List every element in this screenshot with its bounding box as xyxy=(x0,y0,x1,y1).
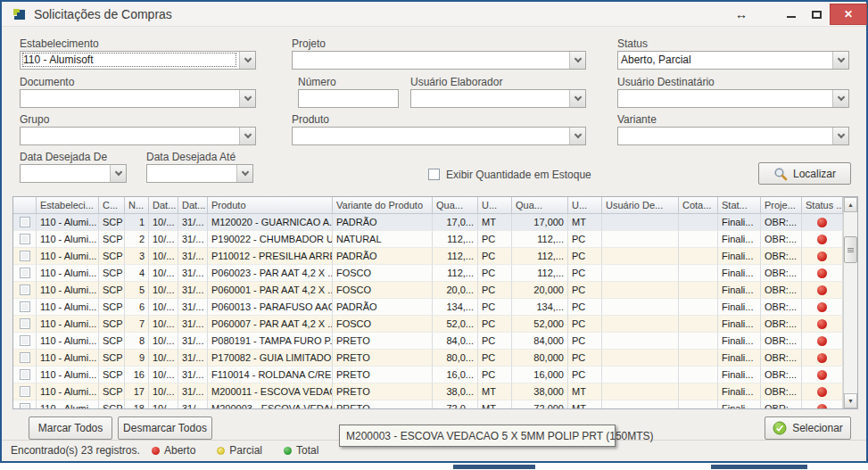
cell-stat: Finali... xyxy=(718,231,761,248)
column-header[interactable]: Dat... xyxy=(178,197,208,214)
status-dot-red-icon xyxy=(817,251,827,261)
status-legend: Aberto Parcial Total xyxy=(152,444,318,457)
usuario-elaborador-select[interactable] xyxy=(410,89,586,108)
row-checkbox[interactable] xyxy=(20,403,30,408)
scroll-down-button[interactable]: ▼ xyxy=(844,393,857,408)
combo-dropdown-button[interactable] xyxy=(236,165,252,182)
cell-qua1: 17,0... xyxy=(433,214,478,231)
resize-arrows-icon[interactable]: ↔ xyxy=(730,2,753,27)
combo-dropdown-button[interactable] xyxy=(832,90,848,107)
status-select[interactable]: Aberto, Parcial xyxy=(617,51,849,70)
cell-u2: PC xyxy=(568,316,602,333)
row-checkbox[interactable] xyxy=(20,318,30,329)
combo-dropdown-button[interactable] xyxy=(569,52,585,69)
column-header[interactable]: C... xyxy=(99,197,125,214)
usuario-elaborador-label: Usuário Elaborador xyxy=(410,76,502,88)
cell-stat: Finali... xyxy=(718,299,761,316)
combo-dropdown-button[interactable] xyxy=(569,128,585,144)
cell-c: SCP xyxy=(99,383,125,400)
table-row[interactable]: 110 - Alumi...SCP410/...31/...P060023 - … xyxy=(13,265,843,282)
row-checkbox[interactable] xyxy=(20,301,30,312)
cell-u1: MT xyxy=(478,400,512,408)
combo-dropdown-button[interactable] xyxy=(239,90,255,107)
column-header[interactable]: Stat... xyxy=(718,197,761,214)
cell-cota xyxy=(679,333,718,350)
minimize-button[interactable] xyxy=(780,2,803,27)
status-dot-red-icon xyxy=(817,302,827,312)
legend-total: Total xyxy=(284,444,318,457)
row-checkbox-cell xyxy=(13,400,37,408)
maximize-button[interactable] xyxy=(805,2,828,27)
close-button[interactable]: ✕ xyxy=(830,4,867,25)
desmarcar-todos-button[interactable]: Desmarcar Todos xyxy=(118,416,212,440)
column-header[interactable]: Variante do Produto xyxy=(333,197,433,214)
produto-select[interactable] xyxy=(292,127,586,145)
cell-u2: MT xyxy=(568,214,602,231)
row-checkbox[interactable] xyxy=(20,335,30,346)
marcar-todos-button[interactable]: Marcar Todos xyxy=(29,416,112,440)
combo-dropdown-button[interactable] xyxy=(239,52,255,69)
column-header[interactable] xyxy=(13,197,37,214)
row-checkbox[interactable] xyxy=(20,268,30,278)
data-desejada-de-label: Data Desejada De xyxy=(20,151,107,163)
combo-dropdown-button[interactable] xyxy=(239,128,255,144)
column-header[interactable]: Cota... xyxy=(679,197,718,214)
column-header[interactable]: Proje... xyxy=(761,197,802,214)
usuario-destinatario-select[interactable] xyxy=(617,89,849,108)
table-row[interactable]: 110 - Alumi...SCP510/...31/...P060001 - … xyxy=(13,282,843,299)
column-header[interactable]: Usuário De... xyxy=(602,197,679,214)
row-checkbox[interactable] xyxy=(20,369,30,380)
table-row[interactable]: 110 - Alumi...SCP110/...31/...M120020 - … xyxy=(13,214,843,231)
estabelecimento-select[interactable]: 110 - Alumisoft xyxy=(20,51,256,70)
table-row[interactable]: 110 - Alumi...SCP610/...31/...P060013 - … xyxy=(13,299,843,316)
column-header[interactable]: Status ... xyxy=(802,197,843,214)
column-header[interactable]: Produto xyxy=(208,197,333,214)
column-header[interactable]: Estabeleci... xyxy=(37,197,99,214)
scroll-up-button[interactable]: ▲ xyxy=(844,197,857,212)
table-row[interactable]: 110 - Alumi...SCP910/...31/...P170082 - … xyxy=(13,350,843,367)
table-row[interactable]: 110 - Alumi...SCP1710/...31/...M200011 -… xyxy=(13,383,843,400)
combo-dropdown-button[interactable] xyxy=(832,128,848,144)
column-header[interactable]: N... xyxy=(125,197,149,214)
documento-select[interactable] xyxy=(20,89,256,108)
row-checkbox[interactable] xyxy=(20,251,30,261)
row-checkbox[interactable] xyxy=(20,234,30,244)
column-header[interactable]: Qua... xyxy=(512,197,568,214)
cell-qua2: 72,000 xyxy=(512,400,568,408)
projeto-select[interactable] xyxy=(292,51,586,70)
variante-select[interactable] xyxy=(617,127,849,145)
numero-input[interactable] xyxy=(299,91,398,108)
cell-usuario xyxy=(602,282,679,299)
table-row[interactable]: 110 - Alumi...SCP810/...31/...P080191 - … xyxy=(13,333,843,350)
column-header[interactable]: Dat... xyxy=(149,197,178,214)
row-checkbox[interactable] xyxy=(20,386,30,397)
row-checkbox[interactable] xyxy=(20,284,30,295)
cell-estab: 110 - Alumi... xyxy=(37,400,99,408)
column-header[interactable]: U... xyxy=(568,197,602,214)
combo-dropdown-button[interactable] xyxy=(569,90,585,107)
cell-estab: 110 - Alumi... xyxy=(37,299,99,316)
table-row[interactable]: 110 - Alumi...SCP310/...31/...P110012 - … xyxy=(13,248,843,265)
combo-dropdown-button[interactable] xyxy=(110,165,126,182)
exibir-quantidade-checkbox[interactable] xyxy=(428,169,440,180)
localizar-button[interactable]: Localizar xyxy=(758,162,851,185)
table-row[interactable]: 110 - Alumi...SCP710/...31/...P060007 - … xyxy=(13,316,843,333)
data-desejada-de-select[interactable] xyxy=(20,164,127,183)
grupo-select[interactable] xyxy=(20,127,256,145)
data-desejada-ate-select[interactable] xyxy=(146,164,253,183)
table-row[interactable]: 110 - Alumi...SCP210/...31/...P190022 - … xyxy=(13,231,843,248)
column-header[interactable]: U... xyxy=(478,197,512,214)
vertical-scrollbar[interactable]: ▲ ▼ xyxy=(843,197,857,408)
scrollbar-thumb[interactable] xyxy=(844,236,857,263)
row-checkbox[interactable] xyxy=(20,217,30,227)
selecionar-button[interactable]: Selecionar xyxy=(765,416,851,440)
table-row[interactable]: 110 - Alumi...SCP1810/...31/...M200003 -… xyxy=(13,400,843,408)
cell-produto: P190022 - CHUMBADOR U... xyxy=(208,231,333,248)
column-header[interactable]: Qua... xyxy=(433,197,478,214)
row-checkbox[interactable] xyxy=(20,352,30,363)
cell-variante: PRETO xyxy=(333,350,433,367)
row-checkbox-cell xyxy=(13,265,37,282)
combo-dropdown-button[interactable] xyxy=(832,52,848,69)
cell-dat2: 31/... xyxy=(178,316,208,333)
table-row[interactable]: 110 - Alumi...SCP1610/...31/...F110014 -… xyxy=(13,367,843,383)
